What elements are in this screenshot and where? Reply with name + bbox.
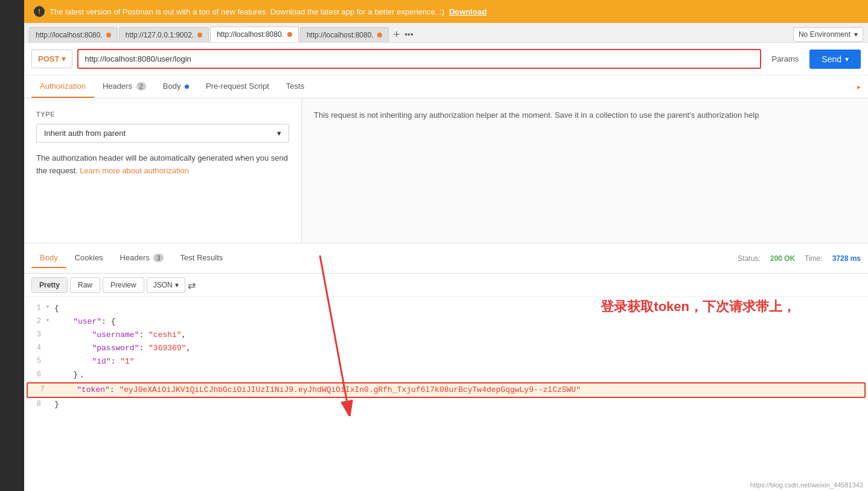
environment-selector[interactable]: No Environment ▾: [793, 27, 863, 42]
tab-body-label: Body: [163, 82, 181, 91]
annotation-wrapper: Body Cookies Headers 3 Test Results Stat…: [24, 243, 868, 416]
resp-tab-body-label: Body: [40, 253, 58, 262]
expand-icon-2[interactable]: ▾: [46, 315, 54, 326]
tab-4-label: http://localhost:8080.: [307, 31, 374, 39]
tab-body[interactable]: Body: [155, 75, 197, 98]
method-label: POST: [38, 54, 59, 63]
code-area: 1 ▾ { 2 ▾ "user": { 3 "username": "ceshi…: [24, 297, 868, 416]
tab-authorization[interactable]: Authorization: [31, 75, 94, 98]
format-toolbar: Pretty Raw Preview JSON ▾ ⇄: [24, 274, 868, 297]
about-authorization-link[interactable]: about authorization: [122, 166, 189, 175]
resp-tab-headers-label: Headers: [120, 253, 150, 262]
tab-3[interactable]: http://localhost:8080.: [210, 27, 299, 42]
format-chevron-icon: ▾: [175, 281, 179, 289]
code-line-4: 4 "password": "369369",: [24, 342, 868, 355]
resp-tab-cookies-label: Cookies: [75, 253, 103, 262]
wrap-button[interactable]: ⇄: [188, 280, 196, 291]
headers-badge: 2: [136, 82, 146, 91]
send-button[interactable]: Send ▾: [809, 50, 861, 69]
code-line-7-token: 7 "token": "eyJ0eXAiOiJKV1QiLCJhbGciOiJI…: [27, 382, 866, 398]
params-button[interactable]: Params: [766, 51, 805, 67]
time-value: 3728 ms: [832, 254, 861, 263]
auth-type-chevron-icon: ▾: [277, 129, 281, 138]
auth-right-text: This request is not inheriting any autho…: [314, 111, 759, 120]
code-line-5: 5 "id": "1": [24, 355, 868, 368]
extra-tab-indicator: ▸: [857, 83, 861, 91]
tab-headers-label: Headers: [103, 82, 132, 91]
tab-4-dot: [377, 33, 382, 37]
tab-3-dot: [287, 32, 292, 37]
tab-pre-request[interactable]: Pre-request Script: [197, 75, 278, 98]
tab-headers[interactable]: Headers 2: [94, 75, 155, 98]
method-chevron-icon: ▾: [62, 54, 66, 63]
banner-text: The latest version of Postman is out wit…: [49, 7, 444, 16]
auth-right-panel: This request is not inheriting any autho…: [302, 98, 868, 243]
tab-authorization-label: Authorization: [40, 82, 86, 91]
tab-tests-label: Tests: [286, 82, 304, 91]
pretty-button[interactable]: Pretty: [31, 277, 68, 293]
tab-pre-request-label: Pre-request Script: [206, 82, 269, 91]
auth-type-value: Inherit auth from parent: [44, 129, 126, 138]
resp-tab-cookies[interactable]: Cookies: [66, 248, 112, 268]
resp-tab-headers[interactable]: Headers 3: [112, 248, 172, 268]
tab-2-dot: [197, 33, 202, 37]
tab-1-dot: [106, 33, 111, 37]
tab-tests[interactable]: Tests: [278, 75, 313, 98]
tab-1[interactable]: http://localhost:8080.: [29, 27, 118, 42]
update-banner: ! The latest version of Postman is out w…: [24, 0, 868, 23]
format-select[interactable]: JSON ▾: [147, 277, 185, 293]
code-line-3: 3 "username": "ceshi",: [24, 329, 868, 342]
resp-tab-test-results-label: Test Results: [180, 253, 223, 262]
auth-type-select[interactable]: Inherit auth from parent ▾: [36, 124, 289, 143]
format-select-value: JSON: [153, 281, 173, 289]
more-tabs-button[interactable]: •••: [404, 30, 413, 39]
tab-1-label: http://localhost:8080.: [36, 31, 103, 39]
url-display[interactable]: http://localhost:8080/user/login: [85, 54, 191, 63]
resp-tab-body[interactable]: Body: [31, 248, 66, 268]
request-row: POST ▾ http://localhost:8080/user/login …: [24, 43, 868, 75]
chevron-down-icon: ▾: [854, 30, 858, 39]
body-dot: [185, 85, 189, 89]
tab-3-label: http://localhost:8080.: [217, 30, 284, 39]
resp-tab-test-results[interactable]: Test Results: [172, 248, 232, 268]
send-label: Send: [822, 54, 841, 64]
status-value: 200 OK: [770, 254, 795, 263]
auth-left-panel: TYPE Inherit auth from parent ▾ The auth…: [24, 98, 302, 243]
send-arrow-icon: ▾: [845, 55, 849, 63]
type-label: TYPE: [36, 111, 289, 118]
auth-description: The authorization header will be automat…: [36, 152, 289, 178]
status-label: Status:: [738, 254, 760, 263]
resp-headers-badge: 3: [153, 254, 163, 262]
url-input-wrapper: http://localhost:8080/user/login: [77, 49, 761, 69]
warning-icon: !: [34, 6, 45, 17]
preview-button[interactable]: Preview: [103, 277, 144, 293]
auth-panel: TYPE Inherit auth from parent ▾ The auth…: [24, 98, 868, 243]
request-sub-tabs: Authorization Headers 2 Body Pre-request…: [24, 75, 868, 98]
code-line-6: 6 }，: [24, 368, 868, 382]
tab-4[interactable]: http://localhost:8080.: [300, 27, 389, 42]
learn-more-link[interactable]: Learn more: [80, 166, 120, 175]
code-line-2: 2 ▾ "user": {: [24, 315, 868, 329]
env-selector-label: No Environment: [799, 30, 850, 39]
time-label: Time:: [805, 254, 823, 263]
download-link[interactable]: Download: [449, 7, 487, 16]
tab-2[interactable]: http://127.0.0.1:9002.: [119, 27, 209, 42]
expand-icon-1[interactable]: ▾: [46, 302, 54, 312]
tab-bar: http://localhost:8080. http://127.0.0.1:…: [24, 23, 868, 43]
add-tab-button[interactable]: +: [390, 28, 404, 41]
left-sidebar-strip: [0, 0, 24, 416]
code-line-8: 8 }: [24, 398, 868, 411]
method-select[interactable]: POST ▾: [31, 50, 72, 68]
tab-2-label: http://127.0.0.1:9002.: [126, 31, 194, 39]
response-header: Body Cookies Headers 3 Test Results Stat…: [24, 243, 868, 274]
code-line-1: 1 ▾ {: [24, 302, 868, 315]
status-info: Status: 200 OK Time: 3728 ms: [738, 254, 861, 263]
raw-button[interactable]: Raw: [70, 277, 100, 293]
